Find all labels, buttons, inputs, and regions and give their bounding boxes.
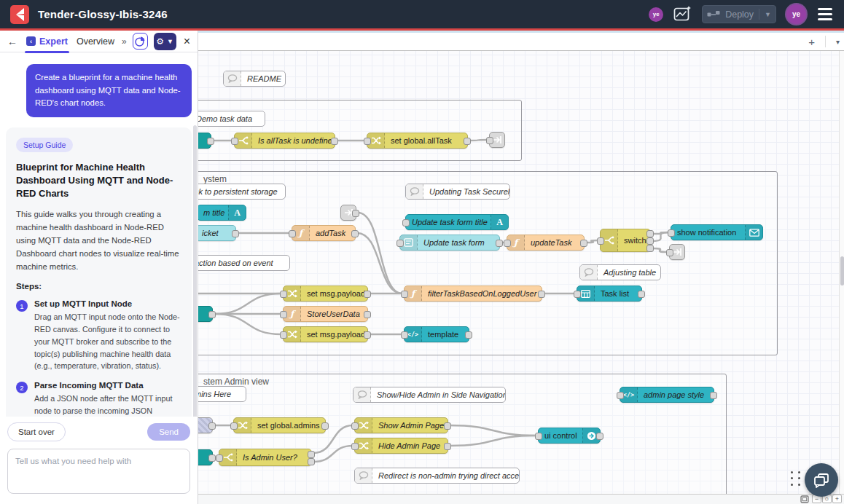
close-panel-button[interactable]: × — [182, 35, 192, 48]
input-port[interactable] — [216, 454, 223, 462]
ui-form-update-task-form[interactable]: Update task form — [399, 235, 500, 251]
tab-overview[interactable]: Overview — [75, 31, 116, 52]
input-port[interactable] — [504, 240, 511, 247]
input-port[interactable] — [486, 137, 493, 144]
canvas-vertical-scrollbar[interactable] — [839, 51, 844, 494]
back-button[interactable]: ← — [6, 36, 19, 47]
output-port[interactable] — [580, 240, 587, 247]
usage-pie-button[interactable] — [133, 33, 148, 50]
start-over-button[interactable]: Start over — [7, 422, 66, 441]
output-port[interactable] — [465, 331, 472, 339]
output-port[interactable] — [351, 230, 359, 237]
input-port[interactable] — [597, 237, 604, 245]
settings-button[interactable]: ⚙ ▼ — [154, 33, 176, 50]
input-port[interactable] — [574, 291, 581, 298]
comment-updating-task-securely[interactable]: Updating Task Securely — [405, 184, 510, 200]
ui-text-update-task-form-title[interactable]: Update task form titleA — [405, 214, 509, 230]
comment-readme[interactable]: README — [223, 71, 286, 87]
change-set-msg-payload-2[interactable]: set msg.payload — [283, 326, 368, 342]
comment-adjusting-table[interactable]: Adjusting table — [579, 264, 661, 280]
output-port[interactable] — [444, 422, 451, 430]
output-port[interactable] — [646, 230, 654, 237]
more-tabs-button[interactable]: » — [122, 36, 127, 47]
input-port[interactable] — [351, 422, 359, 430]
ui-control[interactable]: ui control — [538, 428, 601, 444]
output-port[interactable] — [638, 291, 645, 298]
output-port[interactable] — [364, 331, 371, 339]
output-port[interactable] — [710, 392, 717, 399]
ui-template[interactable]: </>template — [404, 326, 469, 342]
assistant-chat-fab[interactable] — [805, 463, 838, 497]
ui-text-form-title[interactable]: m titleA — [197, 205, 246, 221]
change-set-global-alltask[interactable]: set global.allTask — [367, 133, 468, 149]
output-port[interactable] — [646, 237, 654, 245]
input-port[interactable] — [280, 291, 287, 298]
scrollbar-thumb[interactable] — [840, 256, 844, 286]
avatar-small[interactable]: ye — [649, 7, 663, 22]
link-out-switch[interactable] — [669, 244, 685, 260]
send-button[interactable]: Send — [147, 423, 190, 441]
output-port[interactable] — [364, 311, 371, 318]
output-port[interactable] — [208, 422, 216, 430]
main-menu-button[interactable] — [816, 7, 834, 22]
link-in-add[interactable] — [340, 205, 356, 221]
ai-screenshot-icon[interactable] — [673, 5, 692, 23]
input-port[interactable] — [351, 443, 359, 450]
change-set-msg-payload-1[interactable]: set msg.payload — [283, 286, 368, 302]
avatar-large[interactable]: ye — [786, 4, 806, 24]
assistant-conversation[interactable]: Create a blueprint for a machine health … — [0, 52, 198, 417]
input-port[interactable] — [396, 240, 404, 247]
switch-is-alltask-undefined[interactable]: Is allTask is undefined — [234, 133, 335, 149]
output-port[interactable] — [646, 245, 654, 252]
ui-template-admin-page-style[interactable]: </>admin page style — [620, 387, 714, 403]
function-updatetask[interactable]: ƒupdateTask — [507, 235, 585, 251]
output-port[interactable] — [207, 138, 214, 145]
output-port[interactable] — [352, 210, 359, 217]
output-port[interactable] — [444, 443, 451, 450]
add-flow-button[interactable]: + — [808, 36, 815, 48]
comment-redirect-non-admin[interactable]: Redirect is non-admin trying direct acce… — [354, 468, 520, 484]
switch-is-admin-user[interactable]: Is Admin User? — [219, 449, 312, 466]
input-port[interactable] — [666, 249, 673, 256]
output-port[interactable] — [321, 422, 329, 430]
output-port[interactable] — [232, 230, 239, 237]
input-port[interactable] — [364, 138, 371, 145]
switch-node[interactable]: switch — [600, 229, 651, 252]
change-show-admin-page[interactable]: Show Admin Page — [354, 417, 448, 433]
ui-toast-show-notification[interactable]: show notification — [671, 224, 763, 240]
flow-list-button[interactable]: ▾ — [836, 38, 840, 46]
output-port[interactable] — [596, 433, 603, 440]
minimap-icon[interactable] — [800, 495, 809, 503]
function-storeuserdata[interactable]: ƒStoreUserData — [283, 306, 368, 322]
input-port[interactable] — [401, 331, 408, 339]
function-filtertaskbasedonloggeduser[interactable]: ƒfilterTaskBasedOnLoggedUser — [404, 286, 542, 302]
input-port[interactable] — [230, 422, 238, 430]
output-port[interactable] — [308, 458, 315, 465]
tab-expert[interactable]: ‹ Expert — [25, 31, 69, 52]
function-addtask[interactable]: ƒaddTask — [292, 225, 356, 241]
output-port[interactable] — [331, 138, 338, 145]
input-port[interactable] — [280, 311, 287, 318]
widget-drag-handle[interactable] — [791, 471, 802, 487]
output-port[interactable] — [496, 240, 503, 247]
output-port[interactable] — [208, 311, 216, 318]
input-port[interactable] — [289, 230, 296, 237]
input-port[interactable] — [668, 229, 675, 237]
flowfuse-logo-icon[interactable] — [10, 5, 29, 24]
input-port[interactable] — [401, 291, 408, 298]
zoom-in-button[interactable]: + — [832, 495, 842, 503]
group-demo-task[interactable] — [187, 100, 522, 161]
deploy-button[interactable]: Deploy ▼ — [702, 5, 776, 23]
output-port[interactable] — [208, 454, 216, 462]
comment-show-hide-admin[interactable]: Show/Hide Admin in Side Navigation — [353, 387, 506, 403]
output-port[interactable] — [464, 138, 471, 145]
ui-form-ticket[interactable]: icket — [195, 225, 236, 241]
comment-save-task-storage[interactable]: sk to persistent storage — [188, 184, 286, 200]
input-port[interactable] — [402, 219, 410, 227]
output-port[interactable] — [538, 291, 545, 298]
assistant-input[interactable] — [7, 449, 190, 494]
input-port[interactable] — [617, 392, 624, 399]
ui-table-task-list[interactable]: Task list — [577, 286, 642, 302]
assistant-scrollbar-thumb[interactable] — [193, 125, 197, 417]
output-port[interactable] — [364, 291, 371, 298]
